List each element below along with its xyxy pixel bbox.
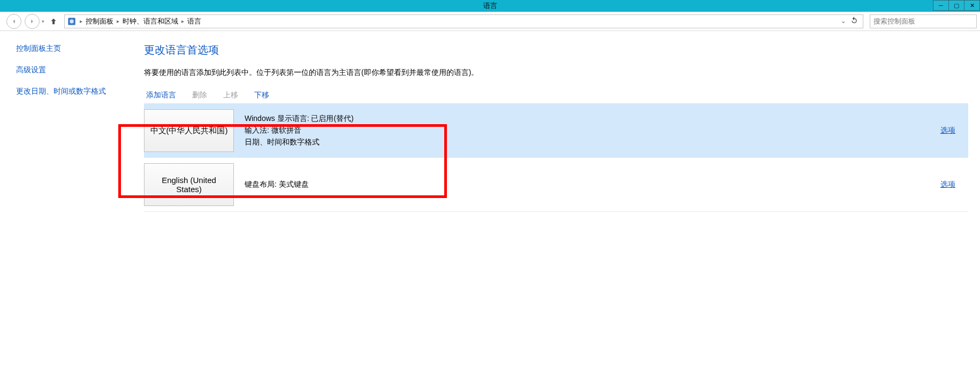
page-description: 将要使用的语言添加到此列表中。位于列表第一位的语言为主语言(即你希望看到并最常使… xyxy=(144,68,968,78)
main-panel: 更改语言首选项 将要使用的语言添加到此列表中。位于列表第一位的语言为主语言(即你… xyxy=(126,31,980,365)
window-titlebar: 语言 ─ ▢ ✕ xyxy=(0,0,980,12)
address-bar-right: ⌄ xyxy=(841,16,861,26)
maximize-button[interactable]: ▢ xyxy=(948,0,964,11)
sidebar-link-home[interactable]: 控制面板主页 xyxy=(16,44,126,54)
language-item-zh-cn[interactable]: 中文(中华人民共和国) Windows 显示语言: 已启用(替代) 输入法: 微… xyxy=(144,104,968,158)
arrow-right-icon xyxy=(28,18,36,25)
breadcrumb-root[interactable]: 控制面板 xyxy=(86,17,113,26)
content-area: 控制面板主页 高级设置 更改日期、时间或数字格式 更改语言首选项 将要使用的语言… xyxy=(0,31,980,365)
language-options-link[interactable]: 选项 xyxy=(940,180,955,189)
breadcrumb-leaf[interactable]: 语言 xyxy=(187,17,201,26)
svg-point-1 xyxy=(70,19,74,24)
window-controls: ─ ▢ ✕ xyxy=(933,0,980,12)
language-detail-line: Windows 显示语言: 已启用(替代) xyxy=(245,114,354,124)
forward-button[interactable]: ▾ xyxy=(25,14,40,29)
breadcrumb-separator-icon: ▸ xyxy=(180,18,185,24)
language-list: 中文(中华人民共和国) Windows 显示语言: 已启用(替代) 输入法: 微… xyxy=(144,103,968,212)
address-bar[interactable]: ▸ 控制面板 ▸ 时钟、语言和区域 ▸ 语言 ⌄ xyxy=(64,14,863,28)
navigation-bar: ▾ ▸ 控制面板 ▸ 时钟、语言和区域 ▸ 语言 ⌄ 搜索控制面板 xyxy=(0,12,980,31)
sidebar-link-advanced[interactable]: 高级设置 xyxy=(16,65,126,75)
language-details: 键盘布局: 美式键盘 xyxy=(245,163,309,206)
sidebar: 控制面板主页 高级设置 更改日期、时间或数字格式 xyxy=(0,31,126,365)
address-dropdown-icon[interactable]: ⌄ xyxy=(841,18,846,25)
action-move-up: 上移 xyxy=(223,90,238,100)
window-title: 语言 xyxy=(483,1,497,11)
search-placeholder: 搜索控制面板 xyxy=(873,17,915,26)
close-button[interactable]: ✕ xyxy=(964,0,980,11)
breadcrumb-separator-icon: ▸ xyxy=(116,18,120,24)
up-button[interactable] xyxy=(48,17,59,26)
language-detail-line: 输入法: 微软拼音 xyxy=(245,126,354,135)
refresh-button[interactable] xyxy=(850,16,859,26)
search-input[interactable]: 搜索控制面板 xyxy=(870,14,977,28)
action-remove: 删除 xyxy=(192,90,207,100)
refresh-icon xyxy=(850,16,859,25)
sidebar-link-dateformat[interactable]: 更改日期、时间或数字格式 xyxy=(16,87,126,96)
control-panel-icon xyxy=(67,17,77,26)
language-detail-line: 键盘布局: 美式键盘 xyxy=(245,180,309,189)
language-item-en-us[interactable]: English (United States) 键盘布局: 美式键盘 选项 xyxy=(144,158,968,212)
arrow-up-icon xyxy=(49,17,58,26)
history-dropdown-icon[interactable]: ▾ xyxy=(42,19,44,24)
arrow-left-icon xyxy=(10,18,18,25)
back-button[interactable] xyxy=(6,14,21,29)
action-bar: 添加语言 删除 上移 下移 xyxy=(144,90,968,100)
language-details: Windows 显示语言: 已启用(替代) 输入法: 微软拼音 日期、时间和数字… xyxy=(245,109,354,152)
breadcrumb-separator-icon: ▸ xyxy=(79,18,83,24)
action-add-language[interactable]: 添加语言 xyxy=(146,90,176,100)
language-tile: English (United States) xyxy=(144,163,234,206)
language-detail-line: 日期、时间和数字格式 xyxy=(245,138,354,147)
action-move-down[interactable]: 下移 xyxy=(254,90,269,100)
page-title: 更改语言首选项 xyxy=(144,43,968,57)
minimize-button[interactable]: ─ xyxy=(933,0,949,11)
breadcrumb-mid[interactable]: 时钟、语言和区域 xyxy=(123,17,178,26)
language-options-link[interactable]: 选项 xyxy=(940,126,955,135)
language-tile: 中文(中华人民共和国) xyxy=(144,109,234,152)
